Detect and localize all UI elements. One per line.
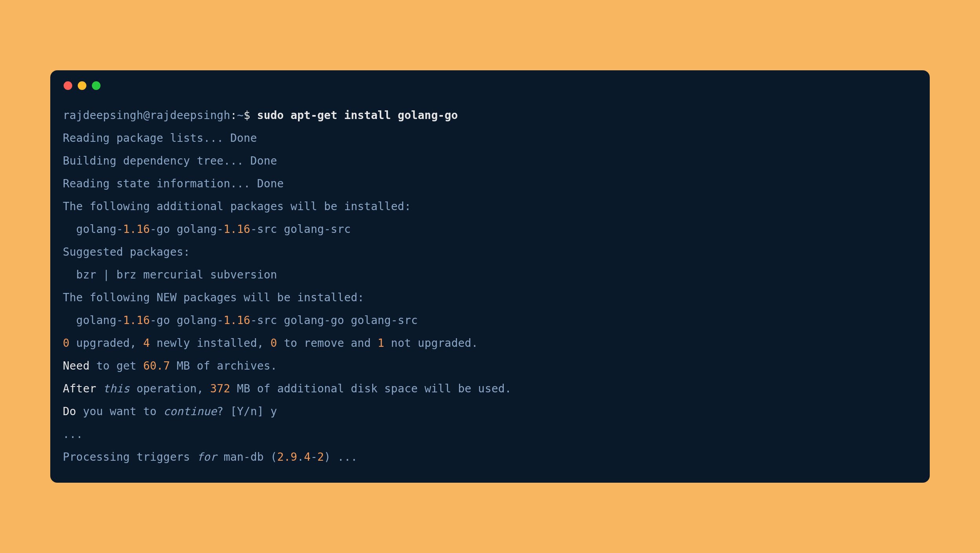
output-line: -src golang-src	[250, 223, 351, 236]
command-text: sudo apt-get install golang-go	[257, 109, 458, 122]
size-number: 60.7	[143, 359, 170, 372]
output-line: -go golang-	[150, 314, 224, 327]
output-line: -src golang-go golang-src	[250, 314, 418, 327]
output-line: bzr | brz mercurial subversion	[63, 268, 277, 281]
output-line: operation,	[130, 382, 210, 395]
count-number: 1	[378, 337, 384, 350]
maximize-icon[interactable]	[92, 81, 101, 90]
output-line: -	[311, 450, 317, 463]
output-line: Reading state information... Done	[63, 177, 284, 190]
output-line: newly installed,	[150, 337, 271, 350]
output-line: .	[297, 450, 304, 463]
output-line	[96, 382, 103, 395]
version-number: 2	[317, 450, 324, 463]
version-number: 1.16	[223, 223, 250, 236]
output-line: -go golang-	[150, 223, 224, 236]
version-number: 1.16	[123, 223, 150, 236]
output-line: ...	[63, 428, 83, 441]
output-line: to get	[90, 359, 143, 372]
output-line: Building dependency tree... Done	[63, 154, 277, 167]
keyword: Do	[63, 405, 76, 418]
size-number: 372	[210, 382, 230, 395]
output-line: upgraded,	[69, 337, 143, 350]
prompt-path: ~	[237, 109, 244, 122]
version-number: 4	[304, 450, 311, 463]
version-number: 2.9	[277, 450, 297, 463]
version-number: 1.16	[223, 314, 250, 327]
keyword: After	[63, 382, 96, 395]
output-line: not upgraded.	[384, 337, 478, 350]
output-line: ) ...	[324, 450, 357, 463]
version-number: 1.16	[123, 314, 150, 327]
output-line: Suggested packages:	[63, 245, 190, 258]
keyword: Need	[63, 359, 90, 372]
output-line: ? [Y/n] y	[217, 405, 277, 418]
keyword-italic: this	[103, 382, 130, 395]
keyword-italic: continue	[163, 405, 217, 418]
output-line: The following additional packages will b…	[63, 200, 411, 213]
output-line: Processing triggers	[63, 450, 197, 463]
output-line: The following NEW packages will be insta…	[63, 291, 364, 304]
output-line: golang-	[63, 314, 123, 327]
count-number: 4	[143, 337, 150, 350]
count-number: 0	[63, 337, 69, 350]
terminal-content[interactable]: rajdeepsingh@rajdeepsingh:~$ sudo apt-ge…	[63, 104, 917, 469]
output-line: you want to	[76, 405, 163, 418]
minimize-icon[interactable]	[78, 81, 86, 90]
count-number: 0	[271, 337, 277, 350]
output-line: to remove and	[277, 337, 378, 350]
keyword-italic: for	[197, 450, 217, 463]
output-line: man-db (	[217, 450, 277, 463]
output-line: MB of additional disk space will be used…	[230, 382, 511, 395]
output-line: MB of archives.	[170, 359, 277, 372]
close-icon[interactable]	[64, 81, 72, 90]
prompt-user-host: rajdeepsingh@rajdeepsingh	[63, 109, 230, 122]
prompt-colon: :	[230, 109, 237, 122]
output-line: Reading package lists... Done	[63, 132, 257, 145]
prompt-dollar: $	[244, 109, 250, 122]
window-controls	[63, 81, 917, 90]
terminal-window: rajdeepsingh@rajdeepsingh:~$ sudo apt-ge…	[50, 70, 930, 483]
output-line: golang-	[63, 223, 123, 236]
